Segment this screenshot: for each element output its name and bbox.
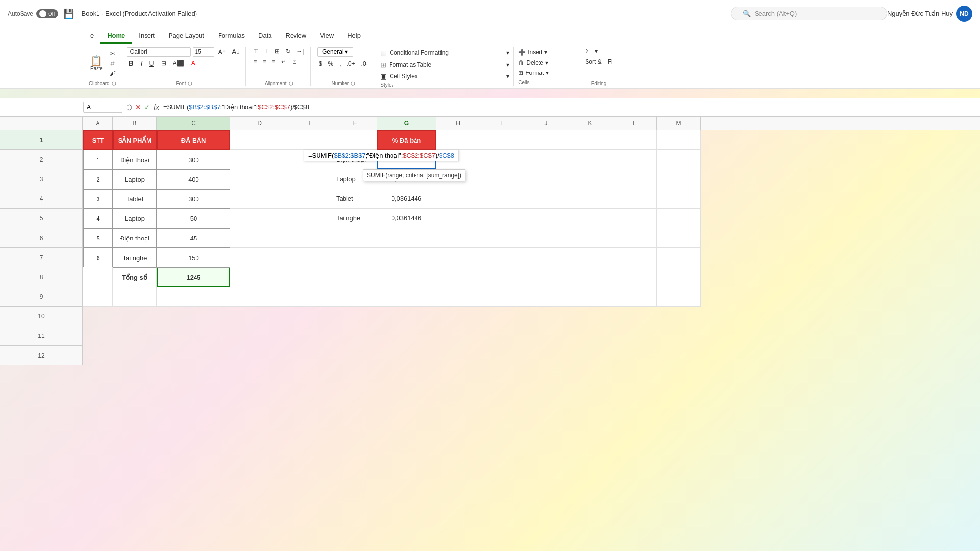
cell-i5[interactable] [480, 209, 524, 228]
cell-b7[interactable]: Tai nghe [113, 248, 157, 267]
cell-e6[interactable] [289, 228, 333, 248]
cell-g8[interactable] [377, 267, 436, 287]
align-bottom-button[interactable]: ⊞ [273, 47, 282, 56]
cut-button[interactable]: ✂ [108, 49, 118, 58]
number-format-dropdown[interactable]: General ▾ [317, 47, 353, 57]
tab-data[interactable]: Data [251, 29, 278, 44]
align-middle-button[interactable]: ⊥ [262, 47, 271, 56]
cell-i3[interactable] [480, 169, 524, 189]
cell-m7[interactable] [657, 248, 701, 267]
autosave-toggle[interactable]: Off [36, 9, 58, 18]
tab-help[interactable]: Help [341, 29, 368, 44]
cell-l1[interactable] [612, 130, 657, 150]
cell-f6[interactable] [333, 228, 377, 248]
cell-g6[interactable] [377, 228, 436, 248]
row-header-1[interactable]: 1 [0, 130, 83, 150]
cell-e4[interactable] [289, 189, 333, 209]
tab-home[interactable]: Home [100, 29, 132, 44]
cell-m9[interactable] [657, 287, 701, 307]
cell-i2[interactable] [480, 150, 524, 169]
autosum-dropdown-icon[interactable]: ▾ [593, 47, 600, 56]
cell-c9[interactable] [157, 287, 230, 307]
cell-e8[interactable] [289, 267, 333, 287]
cell-j9[interactable] [524, 287, 568, 307]
cell-i8[interactable] [480, 267, 524, 287]
expand-icon[interactable]: ⬡ [126, 103, 132, 111]
cell-i6[interactable] [480, 228, 524, 248]
cell-l7[interactable] [612, 248, 657, 267]
font-name-input[interactable] [127, 47, 191, 57]
number-expand-icon[interactable]: ⬡ [351, 81, 355, 86]
cell-g5[interactable]: 0,0361446 [377, 209, 436, 228]
autosum-button[interactable]: Σ [583, 47, 590, 56]
fill-color-button[interactable]: A⬛ [171, 59, 186, 68]
row-header-6[interactable]: 6 [0, 228, 83, 248]
col-header-i[interactable]: I [480, 117, 524, 130]
row-header-10[interactable]: 10 [0, 307, 83, 326]
cell-l6[interactable] [612, 228, 657, 248]
font-shrink-button[interactable]: A↓ [230, 47, 242, 57]
col-header-j[interactable]: J [524, 117, 568, 130]
cell-e7[interactable] [289, 248, 333, 267]
format-button[interactable]: ⊞ Format ▾ [518, 69, 574, 77]
tab-page-layout[interactable]: Page Layout [162, 29, 211, 44]
cell-j1[interactable] [524, 130, 568, 150]
cell-b5[interactable]: Laptop [113, 209, 157, 228]
decimal-increase-button[interactable]: .0+ [345, 59, 357, 68]
format-painter-button[interactable]: 🖌 [108, 69, 118, 78]
font-grow-button[interactable]: A↑ [216, 47, 228, 57]
sort-filter-button[interactable]: Sort & [583, 57, 603, 66]
align-top-button[interactable]: ⊤ [251, 47, 260, 56]
cell-d8[interactable] [230, 267, 289, 287]
cell-k5[interactable] [568, 209, 612, 228]
cell-g1[interactable]: % Đã bán [377, 130, 436, 150]
underline-button[interactable]: U [147, 58, 156, 68]
cell-a8[interactable] [83, 267, 113, 287]
row-header-8[interactable]: 8 [0, 267, 83, 287]
cell-h9[interactable] [436, 287, 480, 307]
cell-d3[interactable] [230, 169, 289, 189]
cell-d2[interactable] [230, 150, 289, 169]
find-select-button[interactable]: Fi [606, 57, 614, 66]
col-header-m[interactable]: M [657, 117, 701, 130]
cell-k6[interactable] [568, 228, 612, 248]
row-header-5[interactable]: 5 [0, 209, 83, 228]
cell-l3[interactable] [612, 169, 657, 189]
cell-styles-button[interactable]: ▣ Cell Styles ▾ [380, 72, 509, 81]
cell-d9[interactable] [230, 287, 289, 307]
cell-f5[interactable]: Tai nghe [333, 209, 377, 228]
comma-button[interactable]: , [337, 59, 343, 68]
cell-m6[interactable] [657, 228, 701, 248]
cell-h6[interactable] [436, 228, 480, 248]
cell-g4[interactable]: 0,0361446 [377, 189, 436, 209]
cell-k7[interactable] [568, 248, 612, 267]
cell-d7[interactable] [230, 248, 289, 267]
cell-b2[interactable]: Điện thoại [113, 150, 157, 169]
cell-b1[interactable]: SẢN PHẨM [113, 130, 157, 150]
borders-button[interactable]: ⊟ [159, 59, 168, 68]
paste-button[interactable]: 📋 Paste [87, 54, 106, 73]
cell-c1[interactable]: ĐÃ BÁN [157, 130, 230, 150]
cancel-formula-icon[interactable]: ✕ [135, 103, 141, 111]
cell-m2[interactable] [657, 150, 701, 169]
cell-g7[interactable] [377, 248, 436, 267]
cell-a7[interactable]: 6 [83, 248, 113, 267]
row-header-4[interactable]: 4 [0, 189, 83, 209]
tab-insert[interactable]: Insert [132, 29, 162, 44]
align-right-button[interactable]: ≡ [270, 57, 277, 66]
cell-c4[interactable]: 300 [157, 189, 230, 209]
tab-view[interactable]: View [313, 29, 341, 44]
cell-d6[interactable] [230, 228, 289, 248]
cell-b4[interactable]: Tablet [113, 189, 157, 209]
cell-k9[interactable] [568, 287, 612, 307]
cell-i4[interactable] [480, 189, 524, 209]
indent-increase-button[interactable]: →| [294, 47, 306, 56]
cell-h5[interactable] [436, 209, 480, 228]
clipboard-expand-icon[interactable]: ⬡ [112, 81, 116, 86]
col-header-c[interactable]: C [157, 117, 230, 130]
cell-b3[interactable]: Laptop [113, 169, 157, 189]
currency-button[interactable]: $ [317, 59, 324, 68]
cell-m4[interactable] [657, 189, 701, 209]
cell-m5[interactable] [657, 209, 701, 228]
cell-l5[interactable] [612, 209, 657, 228]
